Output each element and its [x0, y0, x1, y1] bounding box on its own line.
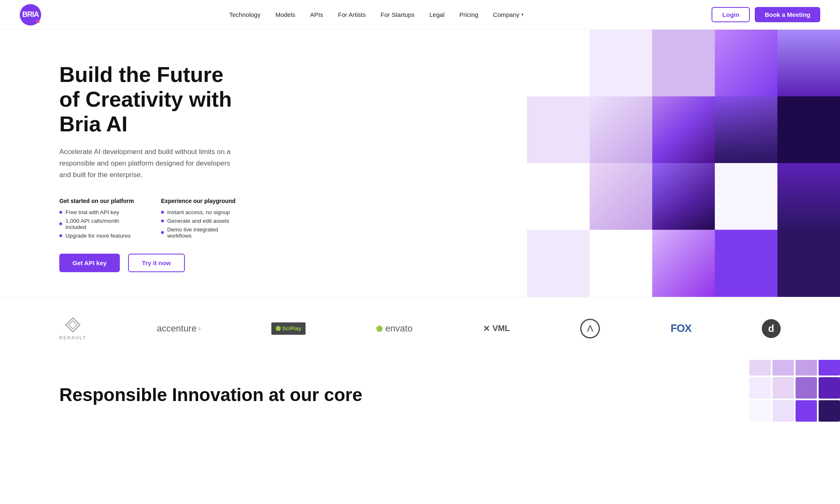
hero-content: Build the Future of Creativity with Bria… — [0, 30, 264, 297]
bottom-title: Responsible Innovation at our core — [59, 385, 362, 405]
mosaic-cell — [772, 360, 794, 376]
hero-mosaic — [264, 30, 840, 297]
bullet-icon — [161, 231, 164, 234]
face-visual — [652, 96, 715, 163]
logo-deezer: d — [762, 319, 781, 338]
logo-dot — [36, 20, 40, 23]
playground-heading: Experience our playground — [161, 198, 244, 204]
mosaic-cell — [777, 96, 840, 163]
logo-vml: ✕ VML — [483, 324, 510, 334]
bottom-mosaic-decoration — [749, 360, 840, 422]
hero-section: Build the Future of Creativity with Bria… — [0, 30, 840, 297]
mosaic-cell — [652, 163, 715, 230]
platform-item-2: 1,000 API calls/month included — [59, 218, 141, 230]
mosaic-cell — [652, 96, 715, 163]
hero-platform-col: Get started on our platform Free trial w… — [59, 198, 141, 239]
mosaic-cell — [715, 230, 777, 296]
chevron-down-icon: ▾ — [521, 12, 524, 17]
playground-item-1: Instant access, no signup — [161, 209, 244, 215]
mosaic-cell — [715, 96, 777, 163]
logos-section: RENAULT accenture › ⬟ SciPlay ⬟ envato ✕… — [0, 297, 840, 360]
fox-text: FOX — [670, 322, 691, 335]
bullet-icon — [59, 222, 62, 225]
face-visual — [652, 163, 715, 230]
mosaic-cell — [590, 230, 652, 296]
hero-buttons: Get API key Try it now — [59, 254, 244, 272]
mosaic-cell — [772, 377, 794, 399]
bullet-icon — [161, 219, 164, 222]
envato-text: envato — [385, 323, 413, 334]
coda-text: Λ — [587, 323, 593, 334]
mosaic-cell — [527, 163, 590, 230]
sciplay-leaf-icon: ⬟ — [275, 325, 281, 332]
mosaic-cell — [749, 377, 771, 399]
nav-pricing[interactable]: Pricing — [459, 11, 478, 18]
mosaic-grid — [527, 30, 840, 297]
mosaic-cell — [796, 400, 817, 422]
mosaic-cell — [777, 30, 840, 96]
mosaic-cell — [527, 30, 590, 96]
mosaic-cell — [777, 230, 840, 296]
vml-x-icon: ✕ — [483, 324, 490, 334]
platform-heading: Get started on our platform — [59, 198, 141, 204]
login-button[interactable]: Login — [712, 7, 750, 22]
accenture-text: accenture — [157, 323, 197, 334]
mosaic-cell — [527, 230, 590, 296]
mosaic-cell — [590, 163, 652, 230]
mosaic-cell — [749, 360, 771, 376]
mosaic-cell — [749, 400, 771, 422]
nav-company[interactable]: Company ▾ — [493, 11, 523, 18]
mosaic-cell — [777, 163, 840, 230]
hero-feature-cols: Get started on our platform Free trial w… — [59, 198, 244, 239]
logo-circle: BRIA — [20, 4, 41, 26]
mosaic-cell — [590, 96, 652, 163]
logo-renault: RENAULT — [59, 317, 86, 340]
mosaic-cell — [652, 230, 715, 296]
envato-leaf-icon: ⬟ — [376, 324, 383, 334]
bullet-icon — [59, 234, 62, 237]
mosaic-cell — [772, 400, 794, 422]
nav-legal[interactable]: Legal — [429, 11, 445, 18]
playground-item-2: Generate and edit assets — [161, 218, 244, 224]
nav-for-artists[interactable]: For Artists — [338, 11, 366, 18]
mosaic-cell — [527, 96, 590, 163]
logo-coda: Λ — [580, 319, 600, 338]
platform-item-1: Free trial with API key — [59, 209, 141, 215]
mosaic-cell — [819, 400, 840, 422]
playground-item-3: Demo live integrated workflows — [161, 226, 244, 239]
svg-marker-1 — [69, 321, 77, 329]
vml-text: VML — [492, 324, 510, 333]
bullet-icon — [59, 211, 62, 214]
hero-playground-col: Experience our playground Instant access… — [161, 198, 244, 239]
nav-apis[interactable]: APIs — [310, 11, 323, 18]
try-now-button[interactable]: Try it now — [128, 254, 185, 272]
bottom-section: Responsible Innovation at our core — [0, 360, 840, 422]
hero-subtitle: Accelerate AI development and build with… — [59, 146, 240, 181]
book-meeting-button[interactable]: Book a Meeting — [755, 7, 820, 22]
navbar: BRIA Technology Models APIs For Artists … — [0, 0, 840, 30]
nav-technology[interactable]: Technology — [229, 11, 261, 18]
logo-sciplay: ⬟ SciPlay — [271, 322, 306, 335]
nav-for-startups[interactable]: For Startups — [380, 11, 415, 18]
mosaic-cell — [715, 163, 777, 230]
logo-accenture: accenture › — [157, 323, 201, 334]
renault-label: RENAULT — [59, 335, 86, 340]
logo-envato: ⬟ envato — [376, 323, 413, 334]
get-api-key-button[interactable]: Get API key — [59, 254, 120, 272]
logo-text: BRIA — [22, 10, 39, 19]
sciplay-text: SciPlay — [282, 325, 301, 331]
mosaic-cell — [652, 30, 715, 96]
svg-marker-0 — [66, 318, 80, 332]
logo-fox: FOX — [670, 322, 691, 335]
bullet-icon — [161, 211, 164, 214]
hero-title: Build the Future of Creativity with Bria… — [59, 63, 244, 136]
accenture-arrow-icon: › — [198, 324, 201, 333]
mosaic-cell — [796, 360, 817, 376]
mosaic-cell — [819, 360, 840, 376]
renault-icon — [65, 317, 81, 333]
logo[interactable]: BRIA — [20, 4, 41, 26]
nav-models[interactable]: Models — [275, 11, 295, 18]
mosaic-cell — [796, 377, 817, 399]
deezer-text: d — [768, 323, 775, 334]
nav-links: Technology Models APIs For Artists For S… — [229, 11, 524, 19]
